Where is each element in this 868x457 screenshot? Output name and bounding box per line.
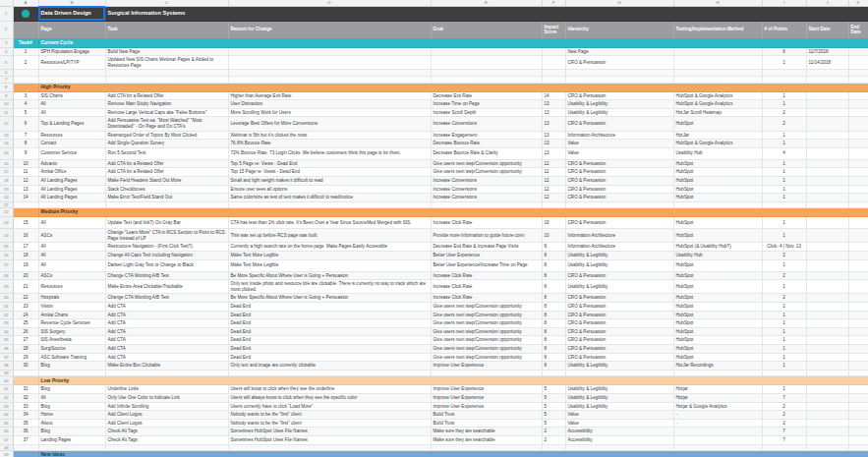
cell-task-number[interactable] — [13, 76, 38, 83]
cell-page[interactable] — [38, 201, 105, 208]
cell-task[interactable]: Check Alt Tags — [105, 435, 228, 444]
cell-page[interactable]: SIS Anesthesia — [38, 336, 105, 345]
row-number[interactable]: 30 — [0, 294, 13, 303]
cell-task-number[interactable]: 30 — [13, 362, 38, 371]
cell-reason[interactable]: User Distraction — [228, 100, 431, 109]
cell-page[interactable]: Resources — [38, 280, 105, 294]
cell-impact-score[interactable]: 2 — [542, 428, 565, 436]
cell-end-date[interactable] — [848, 385, 868, 394]
cell-testing-method[interactable]: HubSpot — [673, 303, 762, 312]
cell-hierarchy[interactable]: Value — [565, 411, 673, 420]
cell-end-date[interactable] — [848, 280, 868, 294]
header-start[interactable]: Start Date — [806, 21, 848, 38]
cell-reason[interactable]: Same color/size as rest of text makes it… — [228, 194, 431, 202]
cell-start-date[interactable] — [806, 259, 848, 271]
cell-impact-score[interactable]: 10 — [542, 229, 565, 243]
cell-testing-method[interactable]: HotJar Recordings — [673, 362, 762, 371]
cell-points[interactable] — [762, 70, 806, 77]
cell-task-number[interactable]: 17 — [13, 243, 38, 252]
cell-reason[interactable]: Dead End — [228, 311, 431, 319]
row-number[interactable]: 15 — [0, 147, 13, 159]
row-number[interactable]: 25 — [0, 243, 13, 252]
cell-start-date[interactable] — [806, 194, 848, 202]
section-label[interactable]: Current Cycle — [38, 38, 868, 47]
cell-impact-score[interactable]: 5 — [542, 385, 565, 394]
cell-start-date[interactable] — [806, 294, 848, 303]
cell-end-date[interactable] — [848, 140, 868, 148]
cell-start-date[interactable] — [806, 108, 848, 117]
cell-start-date[interactable] — [806, 311, 848, 319]
row-number[interactable]: 33 — [0, 319, 13, 328]
cell-testing-method[interactable] — [673, 435, 762, 444]
cell-reason[interactable]: 76.8% Bounce Rate — [228, 140, 431, 148]
cell-points[interactable]: 1 — [762, 229, 806, 243]
cell-hierarchy[interactable]: Usability & Legibility — [565, 402, 673, 411]
cell-impact-score[interactable] — [542, 444, 565, 451]
cell-goal[interactable]: Make sure they are searchable — [431, 435, 542, 444]
cell-testing-method[interactable]: Hotjar — [673, 385, 762, 394]
cell-hierarchy[interactable]: CRO & Persuasion — [565, 294, 673, 303]
cell-end-date[interactable] — [848, 353, 868, 362]
cell-points[interactable]: 2 — [762, 419, 806, 428]
cell-hierarchy[interactable]: CRO & Persuasion — [565, 168, 673, 177]
cell-task[interactable]: Add CTA — [105, 345, 228, 354]
cell-task-number[interactable]: 10 — [13, 159, 38, 168]
header-end[interactable]: End Date — [848, 21, 868, 38]
cell-task-number[interactable]: 23 — [13, 303, 38, 312]
cell-task-number[interactable]: 1 — [13, 47, 38, 56]
cell-end-date[interactable] — [848, 185, 868, 194]
row-number[interactable]: 37 — [0, 353, 13, 362]
cell-points[interactable]: 1 — [762, 362, 806, 371]
cell-task[interactable]: Restructure Navigation - (First Click Te… — [105, 243, 228, 252]
cell-task-number[interactable]: 34 — [13, 411, 38, 420]
cell-testing-method[interactable] — [673, 56, 762, 70]
cell-start-date[interactable] — [806, 319, 848, 328]
cell-task-number[interactable]: 20 — [13, 271, 38, 280]
cell-impact-score[interactable]: 8 — [542, 327, 565, 336]
row-number[interactable]: 31 — [0, 303, 13, 312]
cell-reason[interactable]: Be More Specific About Where User is Goi… — [228, 294, 431, 303]
cell-reason[interactable]: Dead End — [228, 327, 431, 336]
cell-start-date[interactable] — [806, 91, 848, 100]
cell-points[interactable]: 1 — [762, 176, 806, 185]
cell-hierarchy[interactable]: Value — [565, 419, 673, 428]
cell-points[interactable]: 2 — [762, 117, 806, 131]
cell-reason[interactable] — [228, 76, 431, 83]
cell-hierarchy[interactable]: CRO & Persuasion — [565, 176, 673, 185]
cell-task-number[interactable]: 36 — [13, 428, 38, 436]
row-number[interactable]: 3 — [0, 38, 13, 47]
cell-testing-method[interactable] — [673, 428, 762, 436]
row-number[interactable]: 41 — [0, 385, 13, 394]
cell-start-date[interactable] — [806, 280, 848, 294]
row-number[interactable]: 1 — [0, 6, 13, 21]
cell-page[interactable]: All — [38, 393, 105, 402]
row-number[interactable]: 16 — [0, 159, 13, 168]
cell-reason[interactable]: Nobody wants to be the "first" client — [228, 419, 431, 428]
cell-start-date[interactable] — [806, 70, 848, 77]
header-testing[interactable]: Testing/Implementation Method — [673, 21, 762, 38]
cell-testing-method[interactable]: HubSpot — [673, 319, 762, 328]
cell-goal[interactable]: Give users next step/Conversion opportun… — [431, 345, 542, 354]
cell-goal[interactable]: Decrease Bounce Rate — [431, 140, 542, 148]
cell-task-number[interactable]: 22 — [13, 294, 38, 303]
cell-page[interactable]: All — [38, 108, 105, 117]
cell-hierarchy[interactable]: Usability & Legibility — [565, 259, 673, 271]
cell-impact-score[interactable]: 9 — [542, 243, 565, 252]
cell-testing-method[interactable]: HotJar — [673, 131, 762, 140]
cell-page[interactable]: SPH Population Engage — [38, 47, 105, 56]
cell-points[interactable]: 2 — [762, 294, 806, 303]
row-number[interactable]: 9 — [0, 91, 13, 100]
cell-hierarchy[interactable]: Value — [565, 147, 673, 159]
cell-end-date[interactable] — [848, 311, 868, 319]
cell-task-number[interactable]: 2 — [13, 56, 38, 70]
cell-page[interactable] — [38, 70, 105, 77]
cell-task-number[interactable]: 35 — [13, 419, 38, 428]
cell-points[interactable]: 1 — [762, 185, 806, 194]
cell-end-date[interactable] — [848, 131, 868, 140]
cell-end-date[interactable] — [848, 243, 868, 252]
cell-end-date[interactable] — [848, 201, 868, 208]
cell-start-date[interactable] — [806, 76, 848, 83]
cell-goal[interactable]: Give users next step/Conversion opportun… — [431, 168, 542, 177]
cell-impact-score[interactable]: 13 — [542, 147, 565, 159]
cell-testing-method[interactable]: HubSpot — [673, 194, 762, 202]
